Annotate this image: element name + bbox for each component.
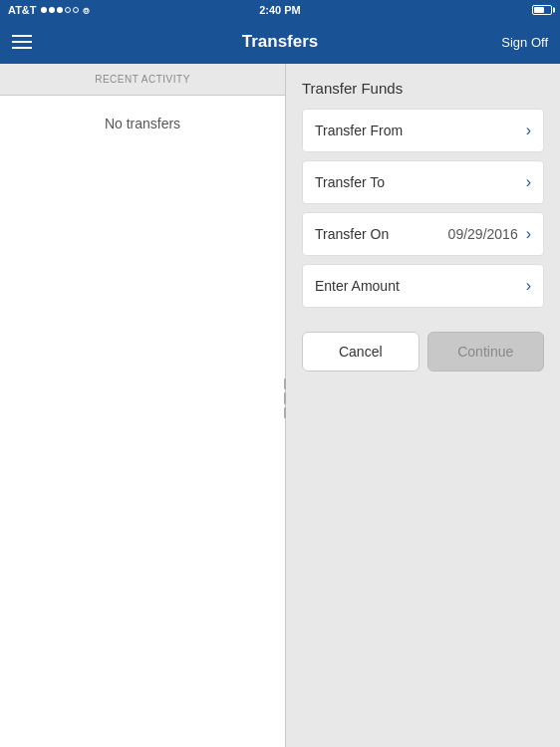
enter-amount-row[interactable]: Enter Amount › — [302, 264, 544, 308]
no-transfers-label: No transfers — [105, 116, 180, 131]
sign-off-button[interactable]: Sign Off — [501, 35, 548, 50]
transfer-from-chevron-icon: › — [526, 122, 531, 139]
no-transfers-container: No transfers — [0, 96, 285, 747]
enter-amount-chevron-icon: › — [526, 277, 531, 295]
recent-activity-header: RECENT ACTIVITY — [0, 64, 285, 96]
transfer-from-right: › — [526, 122, 531, 139]
panel-drag-handle[interactable] — [281, 378, 289, 418]
transfer-on-value: 09/29/2016 — [448, 226, 518, 242]
page-title: Transfers — [242, 32, 319, 52]
status-time: 2:40 PM — [259, 4, 301, 16]
status-right — [532, 5, 552, 15]
hamburger-menu-button[interactable] — [12, 35, 32, 49]
right-panel: Transfer Funds Transfer From › Transfer … — [286, 64, 560, 747]
signal-icon — [41, 7, 79, 13]
transfer-from-row[interactable]: Transfer From › — [302, 109, 544, 152]
status-bar: AT&T ⌾ 2:40 PM — [0, 0, 560, 20]
wifi-icon: ⌾ — [83, 4, 90, 16]
transfer-to-row[interactable]: Transfer To › — [302, 160, 544, 204]
main-layout: RECENT ACTIVITY No transfers Transfer Fu… — [0, 64, 560, 747]
enter-amount-right: › — [526, 277, 531, 295]
continue-button[interactable]: Continue — [427, 332, 545, 372]
left-panel: RECENT ACTIVITY No transfers — [0, 64, 286, 747]
transfer-on-label: Transfer On — [315, 226, 389, 242]
status-left: AT&T ⌾ — [8, 4, 90, 16]
transfer-from-label: Transfer From — [315, 123, 403, 138]
transfer-on-right: 09/29/2016 › — [448, 225, 531, 243]
battery-icon — [532, 5, 552, 15]
enter-amount-label: Enter Amount — [315, 278, 400, 294]
transfer-on-chevron-icon: › — [526, 225, 531, 243]
cancel-button[interactable]: Cancel — [302, 332, 420, 372]
transfer-funds-title: Transfer Funds — [302, 80, 544, 97]
recent-activity-label: RECENT ACTIVITY — [95, 74, 190, 85]
transfer-on-row[interactable]: Transfer On 09/29/2016 › — [302, 212, 544, 256]
nav-bar: Transfers Sign Off — [0, 20, 560, 64]
transfer-to-right: › — [526, 173, 531, 191]
transfer-to-chevron-icon: › — [526, 173, 531, 191]
transfer-to-label: Transfer To — [315, 174, 385, 190]
action-buttons: Cancel Continue — [302, 332, 544, 372]
carrier-label: AT&T — [8, 4, 37, 16]
